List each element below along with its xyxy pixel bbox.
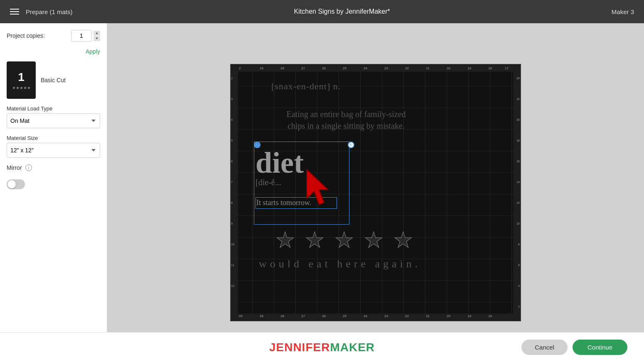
mirror-info-icon[interactable]: i bbox=[25, 164, 32, 171]
project-copies-row: Project copies: ▲ ▼ bbox=[7, 30, 100, 42]
red-arrow-cursor bbox=[302, 167, 336, 210]
mirror-label: Mirror bbox=[7, 164, 22, 171]
continue-button[interactable]: Continue bbox=[573, 340, 627, 355]
ruler-bottom: 05 29 28 27 26 25 24 23 22 21 20 19 18 bbox=[231, 313, 521, 321]
would-eat-text: would eat here again. bbox=[259, 258, 421, 270]
copies-input[interactable] bbox=[71, 30, 92, 42]
material-size-label: Material Size bbox=[7, 135, 100, 141]
copies-decrement-button[interactable]: ▼ bbox=[93, 36, 100, 41]
die-pronunciation-text: [die-ĕ... bbox=[256, 178, 281, 187]
rotate-icon: ↻ bbox=[349, 143, 353, 147]
footer: JENNIFERMAKER Cancel Continue bbox=[0, 332, 644, 362]
project-copies-label: Project copies: bbox=[7, 32, 45, 39]
canvas-area: 2 29 28 27 26 25 24 23 22 21 20 19 18 17… bbox=[107, 23, 644, 362]
star-3: ★ bbox=[334, 227, 354, 252]
material-load-type-label: Material Load Type bbox=[7, 105, 100, 112]
mat-stars: ★★★★★ bbox=[12, 86, 31, 90]
left-panel: Project copies: ▲ ▼ Apply 1 ★★★★★ Basic … bbox=[0, 23, 107, 362]
mirror-toggle[interactable] bbox=[7, 179, 25, 189]
ruler-left: 2 3 4 5 6 7 8 9 10 11 12 bbox=[231, 64, 238, 321]
ruler-right: 24 22 20 18 16 14 12 10 8 6 4 2 bbox=[513, 64, 521, 321]
handle-top-right[interactable]: ↻ bbox=[348, 142, 354, 148]
mirror-row: Mirror i bbox=[7, 164, 100, 171]
mat-thumbnail: 1 ★★★★★ bbox=[7, 61, 36, 99]
prepare-title: Prepare (1 mats) bbox=[26, 8, 73, 15]
copies-control: ▲ ▼ bbox=[71, 30, 100, 42]
material-size-section: Material Size 12" x 12" bbox=[7, 135, 100, 158]
mat-canvas: 2 29 28 27 26 25 24 23 22 21 20 19 18 17… bbox=[230, 64, 521, 321]
footer-buttons: Cancel Continue bbox=[521, 340, 627, 355]
eating-text: Eating an entire bag of family-sizedchip… bbox=[267, 108, 425, 132]
ruler-top: 2 29 28 27 26 25 24 23 22 21 20 19 18 17 bbox=[231, 64, 521, 72]
cancel-button[interactable]: Cancel bbox=[521, 340, 568, 355]
star-1: ★ bbox=[275, 227, 295, 252]
svg-marker-0 bbox=[307, 169, 328, 205]
basic-cut-label: Basic Cut bbox=[41, 77, 66, 83]
logo-maker-text: MAKER bbox=[330, 341, 375, 354]
header: Prepare (1 mats) Kitchen Signs by Jennif… bbox=[0, 0, 644, 23]
stars-row: ★ ★ ★ ★ ★ bbox=[275, 227, 413, 252]
apply-button[interactable]: Apply bbox=[86, 48, 100, 55]
logo-jennifer-text: JENNIFER bbox=[269, 341, 330, 354]
star-4: ★ bbox=[364, 227, 383, 252]
star-2: ★ bbox=[305, 227, 324, 252]
mat-content: [snax-en-dent] n. Eating an entire bag o… bbox=[238, 72, 513, 313]
machine-label: Maker 3 bbox=[612, 8, 634, 15]
mat-preview-row: 1 ★★★★★ Basic Cut bbox=[7, 61, 100, 99]
toggle-knob bbox=[7, 180, 16, 188]
copies-spinners: ▲ ▼ bbox=[93, 31, 100, 41]
project-title: Kitchen Signs by JenniferMaker* bbox=[294, 8, 390, 15]
star-5: ★ bbox=[393, 227, 413, 252]
mat-number: 1 bbox=[18, 71, 25, 84]
snax-text: [snax-en-dent] n. bbox=[271, 81, 341, 92]
hamburger-menu-icon[interactable] bbox=[10, 9, 19, 15]
material-load-type-select[interactable]: On Mat bbox=[7, 113, 100, 128]
material-size-select[interactable]: 12" x 12" bbox=[7, 143, 100, 158]
copies-increment-button[interactable]: ▲ bbox=[93, 31, 100, 36]
material-load-type-section: Material Load Type On Mat bbox=[7, 105, 100, 128]
jennifer-maker-logo: JENNIFERMAKER bbox=[269, 341, 375, 354]
diet-text: diet bbox=[256, 146, 304, 180]
main-layout: Project copies: ▲ ▼ Apply 1 ★★★★★ Basic … bbox=[0, 23, 644, 362]
